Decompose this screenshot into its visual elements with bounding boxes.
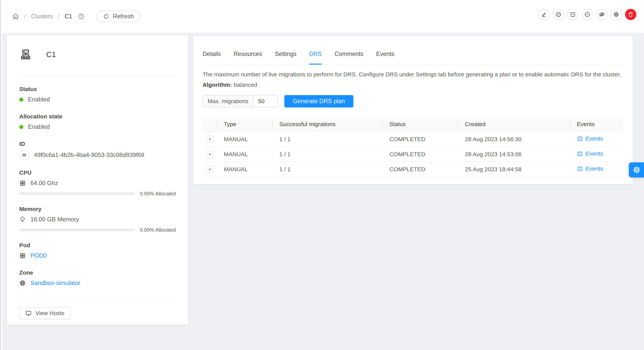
max-migrations-label: Max. migrations bbox=[203, 96, 254, 107]
table-row: MANUAL 1 / 1 COMPLETED 25 Aug 2023 18:44… bbox=[202, 162, 624, 177]
view-hosts-button[interactable]: View Hosts bbox=[19, 307, 70, 319]
cell-successful: 1 / 1 bbox=[273, 162, 383, 177]
circle-minus-button[interactable] bbox=[582, 9, 593, 20]
expand-row-button[interactable] bbox=[206, 136, 214, 143]
gear-icon bbox=[633, 166, 641, 174]
window-edge bbox=[0, 0, 2, 350]
square-minus-button[interactable] bbox=[567, 9, 578, 20]
bulb-icon bbox=[19, 216, 26, 223]
status-dot-icon bbox=[19, 98, 23, 102]
column-type: Type bbox=[217, 117, 273, 132]
tab-details[interactable]: Details bbox=[202, 50, 221, 64]
pause-circle-icon bbox=[555, 11, 562, 18]
cluster-actions bbox=[538, 9, 636, 20]
tab-drs[interactable]: DRS bbox=[309, 50, 322, 64]
zone-label: Zone bbox=[19, 269, 176, 276]
status-label: Status bbox=[19, 86, 176, 93]
column-successful-migrations: Successful migrations bbox=[273, 117, 383, 132]
breadcrumb-link-clusters[interactable]: Clusters bbox=[31, 13, 53, 20]
memory-label: Memory bbox=[19, 206, 176, 212]
allocation-state-value: Enabled bbox=[19, 123, 176, 131]
column-status: Status bbox=[383, 117, 458, 132]
eye-slash-button[interactable] bbox=[596, 9, 608, 20]
breadcrumb-separator: / bbox=[24, 13, 26, 20]
cell-successful: 1 / 1 bbox=[273, 132, 383, 147]
drs-description: The maximum number of live migrations to… bbox=[202, 71, 624, 78]
generate-drs-plan-button[interactable]: Generate DRS plan bbox=[284, 95, 354, 107]
cpu-allocated-text: 0.00% Allocated bbox=[140, 191, 176, 197]
events-link[interactable]: Events bbox=[577, 135, 603, 142]
algorithm-value: balanced bbox=[234, 82, 257, 88]
column-created: Created bbox=[458, 117, 570, 132]
appstore-icon bbox=[19, 180, 26, 186]
settings-drawer-button[interactable] bbox=[629, 162, 644, 177]
cell-status: COMPLETED bbox=[383, 162, 458, 177]
table-row: MANUAL 1 / 1 COMPLETED 28 Aug 2023 14:56… bbox=[202, 132, 624, 147]
events-link[interactable]: Events bbox=[577, 165, 603, 172]
expand-row-button[interactable] bbox=[206, 151, 214, 158]
tab-resources[interactable]: Resources bbox=[234, 50, 262, 64]
cpu-value-row: 64.00 Ghz bbox=[19, 179, 176, 187]
desktop-icon bbox=[26, 310, 32, 316]
appstore-icon bbox=[19, 252, 26, 259]
delete-button[interactable] bbox=[625, 9, 636, 20]
zone-link[interactable]: Sandbox-simulator bbox=[30, 280, 80, 286]
square-minus-icon bbox=[570, 11, 576, 18]
carry-out-calendar-icon bbox=[577, 136, 583, 142]
drs-controls: Max. migrations Generate DRS plan bbox=[202, 95, 624, 107]
circle-minus-icon bbox=[584, 11, 590, 18]
memory-progress: 0.00% Allocated bbox=[19, 227, 176, 233]
carry-out-calendar-icon bbox=[577, 151, 583, 157]
refresh-label: Refresh bbox=[113, 13, 134, 20]
drs-plans-table: Type Successful migrations Status Create… bbox=[202, 117, 624, 177]
gear-icon bbox=[613, 11, 619, 18]
tab-bar: Details Resources Settings DRS Comments … bbox=[202, 36, 624, 65]
table-row: MANUAL 1 / 1 COMPLETED 28 Aug 2023 14:53… bbox=[202, 147, 624, 162]
breadcrumb-separator: / bbox=[58, 13, 60, 20]
zone-value-row: Sandbox-simulator bbox=[19, 279, 176, 287]
memory-progress-track bbox=[19, 228, 135, 231]
cluster-info-card: C1 Status Enabled Allocation state Enabl… bbox=[7, 36, 188, 325]
tab-events[interactable]: Events bbox=[376, 50, 394, 64]
trash-icon bbox=[628, 11, 634, 18]
refresh-button[interactable]: Refresh bbox=[96, 11, 141, 22]
settings-button[interactable] bbox=[611, 9, 622, 20]
edit-button[interactable] bbox=[538, 9, 550, 20]
cell-successful: 1 / 1 bbox=[273, 147, 383, 162]
status-dot-icon bbox=[19, 125, 23, 129]
view-hosts-label: View Hosts bbox=[36, 310, 64, 316]
top-header: / Clusters / C1 Refresh bbox=[0, 0, 644, 33]
divider bbox=[19, 76, 176, 76]
expand-row-button[interactable] bbox=[206, 166, 214, 173]
home-icon[interactable] bbox=[12, 13, 19, 20]
max-migrations-group: Max. migrations bbox=[202, 95, 278, 107]
pencil-icon bbox=[541, 12, 547, 17]
plus-icon bbox=[208, 137, 212, 142]
cell-status: COMPLETED bbox=[383, 147, 458, 162]
tab-settings[interactable]: Settings bbox=[275, 50, 296, 64]
algorithm-label: Algorithm: bbox=[202, 82, 232, 88]
cluster-card-header: C1 bbox=[19, 48, 176, 61]
question-circle-icon[interactable] bbox=[78, 13, 84, 20]
status-value: Enabled bbox=[19, 95, 176, 104]
cell-created: 28 Aug 2023 14:53:06 bbox=[458, 147, 570, 162]
events-link[interactable]: Events bbox=[577, 150, 603, 157]
breadcrumb: / Clusters / C1 Refresh bbox=[12, 0, 141, 33]
id-label: ID bbox=[19, 140, 176, 147]
allocation-state-label: Allocation state bbox=[19, 113, 176, 120]
pod-link[interactable]: POD0 bbox=[30, 252, 47, 259]
pause-circle-button[interactable] bbox=[553, 9, 564, 20]
expand-column-header bbox=[202, 117, 217, 132]
tab-comments[interactable]: Comments bbox=[334, 50, 363, 64]
cpu-progress: 0.00% Allocated bbox=[19, 191, 176, 196]
plus-icon bbox=[208, 152, 212, 157]
cell-created: 28 Aug 2023 14:56:30 bbox=[458, 132, 570, 147]
id-value-row: 49f0c6a1-4b2b-4ba4-9053-33c08d839f69 bbox=[19, 150, 176, 160]
pod-value-row: POD0 bbox=[19, 251, 176, 260]
eye-slash-icon bbox=[598, 11, 605, 18]
plus-icon bbox=[208, 167, 212, 172]
drs-algorithm: Algorithm:balanced bbox=[202, 81, 624, 89]
memory-value-row: 16.00 GB Memory bbox=[19, 215, 176, 224]
max-migrations-input[interactable] bbox=[254, 96, 278, 107]
cluster-uuid: 49f0c6a1-4b2b-4ba4-9053-33c08d839f69 bbox=[34, 152, 144, 159]
